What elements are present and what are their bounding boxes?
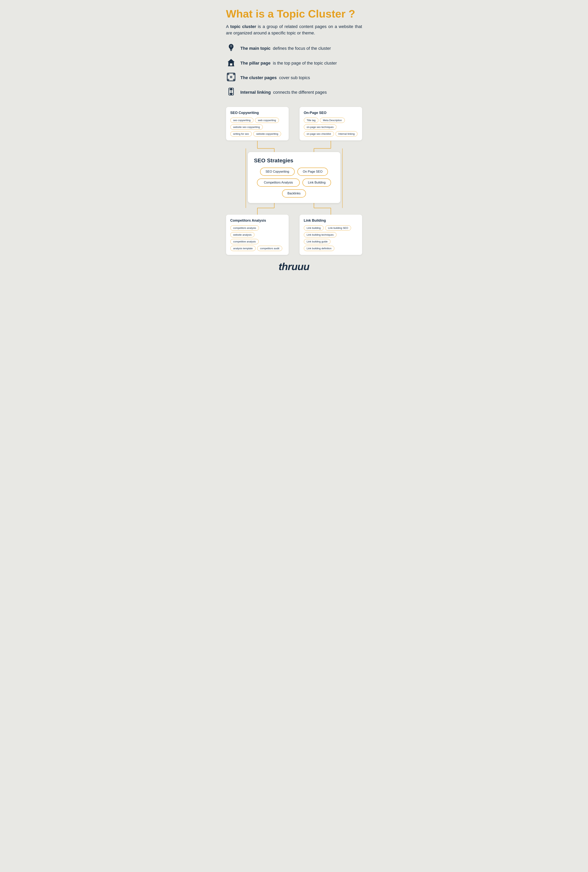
seo-copywriting-title: SEO Copywriting (230, 111, 284, 115)
svg-point-14 (233, 79, 234, 80)
svg-rect-1 (230, 49, 232, 50)
diagram: SEO Copywriting seo copywriting web copy… (226, 107, 362, 255)
btn-competitors-analysis[interactable]: Competitors Analysis (257, 179, 300, 187)
btn-backlinks[interactable]: Backlinks (282, 189, 306, 198)
intro-bold: topic cluster (230, 24, 256, 29)
cluster-icon (226, 73, 236, 83)
tag-competitors-analysis: competitors analysis (230, 225, 259, 231)
on-page-seo-tags: Title tag Meta Description on-page seo t… (304, 118, 358, 137)
seo-strategies-title: SEO Strategies (254, 158, 334, 164)
tag-meta-description: Meta Description (320, 118, 345, 123)
center-buttons: SEO Copywriting On Page SEO Competitors … (254, 168, 334, 198)
link-building-tags: Link building Link building SEO Link bui… (304, 225, 358, 251)
btn-link-building[interactable]: Link Building (303, 179, 331, 187)
svg-rect-7 (230, 63, 232, 66)
house-icon (226, 58, 236, 68)
seo-copywriting-tags: seo copywriting web copywriting website … (230, 118, 284, 137)
tag-link-building-guide: Link building guide (304, 239, 331, 244)
feature-1-text: The main topic defines the focus of the … (240, 46, 331, 51)
seo-strategies-card: SEO Strategies SEO Copywriting On Page S… (248, 152, 340, 203)
tag-competitors-audit: competitors audit (257, 246, 282, 251)
svg-rect-8 (228, 66, 234, 66)
tag-website-copywriting: website copywriting (253, 131, 281, 137)
on-page-seo-title: On-Page SEO (304, 111, 358, 115)
internal-linking-icon (226, 87, 236, 98)
tag-on-page-seo-techniques: on-page seo techniques (304, 125, 337, 130)
btn-seo-copywriting[interactable]: SEO Copywriting (260, 168, 295, 176)
tag-competitive-analysis: competitive analysis (230, 239, 259, 244)
svg-marker-5 (228, 59, 235, 62)
feature-item-4: Internal linking connects the different … (226, 87, 362, 98)
bottom-row: Competitors Analysis competitors analysi… (226, 215, 362, 255)
svg-point-10 (230, 76, 232, 78)
seo-copywriting-card: SEO Copywriting seo copywriting web copy… (226, 107, 289, 140)
svg-point-13 (228, 79, 229, 80)
svg-point-4 (230, 45, 232, 47)
feature-item-1: The main topic defines the focus of the … (226, 43, 362, 54)
tag-internal-linking: Internal linking (336, 131, 358, 137)
tag-on-page-seo-checklist: on page seo checklist (304, 131, 334, 137)
tag-link-building-techniques: Link building techniques (304, 232, 337, 237)
page-title: What is a Topic Cluster ? (226, 8, 362, 20)
svg-rect-3 (230, 50, 232, 51)
tag-link-building-seo: Link building SEO (325, 225, 351, 231)
feature-2-text: The pillar page is the top page of the t… (240, 61, 337, 66)
feature-item-3: The cluster pages cover sub topics (226, 73, 362, 83)
feature-item-2: The pillar page is the top page of the t… (226, 58, 362, 68)
competitors-analysis-title: Competitors Analysis (230, 219, 284, 223)
svg-rect-9 (227, 73, 235, 81)
feature-4-text: Internal linking connects the different … (240, 90, 327, 95)
tag-link-building: Link building (304, 225, 324, 231)
competitors-analysis-card: Competitors Analysis competitors analysi… (226, 215, 289, 255)
features-list: The main topic defines the focus of the … (226, 43, 362, 98)
tag-writing-for-seo: writing for seo (230, 131, 252, 137)
feature-3-text: The cluster pages cover sub topics (240, 75, 310, 80)
tag-website-seo-copywriting: website seo copywriting (230, 125, 263, 130)
tag-link-building-definition: Link building definition (304, 246, 334, 251)
link-building-title: Link Building (304, 219, 358, 223)
intro-text: A topic cluster is a group of related co… (226, 23, 362, 36)
brand-footer: thruuu (226, 261, 362, 272)
btn-on-page-seo[interactable]: On Page SEO (297, 168, 328, 176)
competitors-analysis-tags: competitors analysis website analysis co… (230, 225, 284, 251)
svg-point-12 (233, 74, 234, 75)
top-row: SEO Copywriting seo copywriting web copy… (226, 107, 362, 140)
tag-title-tag: Title tag (304, 118, 319, 123)
on-page-seo-card: On-Page SEO Title tag Meta Description o… (300, 107, 362, 140)
lightbulb-icon (226, 43, 236, 54)
svg-rect-2 (230, 50, 232, 50)
svg-point-11 (228, 74, 229, 75)
link-building-card: Link Building Link building Link buildin… (300, 215, 362, 255)
tag-seo-copywriting: seo copywriting (230, 118, 254, 123)
tag-analysis-template: analysis template (230, 246, 256, 251)
tag-web-copywriting: web copywriting (255, 118, 279, 123)
tag-website-analysis: website analysis (230, 232, 255, 237)
